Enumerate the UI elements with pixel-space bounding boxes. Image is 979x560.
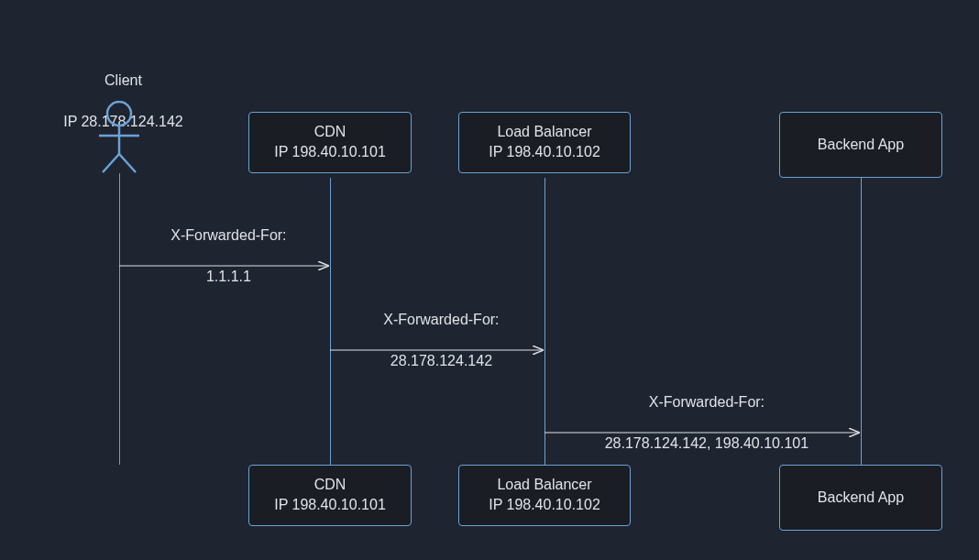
client-actor-icon	[95, 101, 143, 174]
msg1-value: 1.1.1.1	[206, 269, 251, 284]
client-name: Client	[104, 72, 142, 88]
svg-line-3	[103, 154, 119, 172]
backend-name: Backend App	[818, 135, 904, 155]
msg2-header: X-Forwarded-For:	[383, 312, 499, 327]
cdn-ip-bottom: IP 198.40.10.101	[274, 495, 386, 515]
lb-top-box: Load Balancer IP 198.40.10.102	[458, 112, 631, 173]
svg-point-0	[107, 102, 131, 126]
msg2-label: X-Forwarded-For: 28.178.124.142	[330, 290, 544, 372]
msg2-value: 28.178.124.142	[390, 353, 492, 368]
backend-name-bottom: Backend App	[818, 488, 904, 508]
cdn-bottom-box: CDN IP 198.40.10.101	[248, 465, 412, 526]
msg3-header: X-Forwarded-For:	[649, 394, 764, 410]
svg-line-4	[119, 154, 136, 172]
cdn-top-box: CDN IP 198.40.10.101	[248, 112, 412, 173]
backend-top-box: Backend App	[779, 112, 942, 178]
cdn-name: CDN	[314, 122, 346, 142]
backend-bottom-box: Backend App	[779, 465, 942, 531]
lb-ip: IP 198.40.10.102	[489, 142, 600, 162]
cdn-name-bottom: CDN	[314, 475, 346, 495]
msg1-label: X-Forwarded-For: 1.1.1.1	[119, 205, 330, 288]
lb-name-bottom: Load Balancer	[497, 475, 591, 495]
lb-name: Load Balancer	[497, 122, 591, 142]
msg3-value: 28.178.124.142, 198.40.10.101	[605, 435, 808, 451]
backend-lifeline	[861, 178, 862, 465]
cdn-ip: IP 198.40.10.101	[274, 142, 386, 162]
lb-bottom-box: Load Balancer IP 198.40.10.102	[458, 465, 631, 526]
lb-ip-bottom: IP 198.40.10.102	[489, 495, 600, 515]
msg1-header: X-Forwarded-For:	[170, 227, 286, 243]
msg3-label: X-Forwarded-For: 28.178.124.142, 198.40.…	[544, 372, 861, 455]
